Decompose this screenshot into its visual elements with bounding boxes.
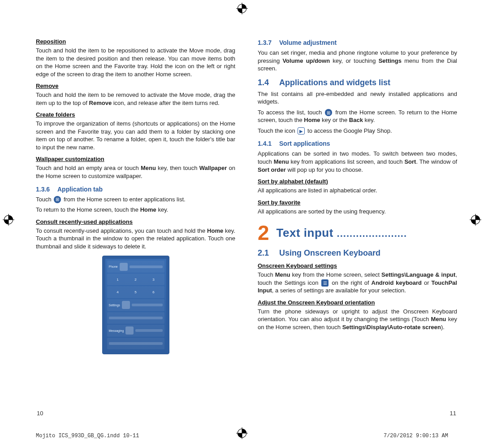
text: , a series of settings are available for…	[272, 287, 406, 294]
section-title: Volume adjustment	[279, 39, 337, 46]
section-2-1: 2.1 Using Onscreen Keyboard	[258, 248, 457, 258]
text-bold: Settings	[379, 57, 402, 64]
leader-dots: ......................	[337, 228, 407, 239]
page-number-left: 10	[37, 410, 43, 417]
section-title: Sort applications	[279, 140, 330, 147]
text-bold: Android keyboard	[372, 279, 422, 286]
registration-mark-icon	[470, 214, 481, 226]
section-1-4-1: 1.4.1 Sort applications	[258, 140, 457, 147]
section-1-3-7: 1.3.7 Volume adjustment	[258, 39, 457, 46]
section-number: 1.3.6	[36, 186, 57, 193]
text: key or the	[320, 117, 349, 123]
text: Touch	[36, 196, 53, 203]
section-1-4: 1.4 Applications and widgets list	[258, 78, 457, 87]
text: Touch the icon	[258, 127, 297, 134]
apps-grid-icon: ⊞	[54, 196, 61, 203]
footer-filename: Mojito ICS_993D_GB_QG.indd 10-11	[36, 433, 139, 439]
body-apptab-1: Touch ⊞ from the Home screen to enter ap…	[36, 196, 235, 204]
registration-mark-icon	[236, 3, 248, 14]
text: Text input	[277, 226, 333, 239]
heading-sort-alpha: Sort by alphabet (default)	[258, 178, 457, 185]
body-reposition: Touch and hold the item to be reposition…	[36, 47, 235, 78]
text: will pop up for you to choose.	[286, 166, 363, 173]
text-bold: Home	[140, 206, 156, 213]
text: or	[422, 279, 431, 286]
text: To return to the Home screen, touch the	[36, 206, 140, 213]
footer-timestamp: 7/20/2012 9:00:13 AM	[384, 433, 448, 439]
body-create-folders: To improve the organization of items (sh…	[36, 120, 235, 151]
text: To consult recently-used applications, y…	[36, 227, 207, 234]
right-column: 1.3.7 Volume adjustment You can set ring…	[258, 34, 457, 360]
heading-kb-settings: Onscreen Keyboard settings	[258, 262, 457, 269]
registration-mark-icon	[3, 214, 14, 226]
body-kb-settings: Touch Menu key from the Home screen, sel…	[258, 271, 457, 295]
chapter-2: 2 Text input ......................	[258, 222, 457, 243]
text: to access the Google Play Shop.	[306, 127, 392, 134]
page-number-right: 11	[450, 410, 456, 417]
print-footer: Mojito ICS_993D_GB_QG.indd 10-11 7/20/20…	[0, 433, 484, 439]
text-bold: Volume up/down	[282, 57, 330, 64]
text: . The window of	[416, 158, 457, 165]
body-play-shop: Touch the icon ▶ to access the Google Pl…	[258, 127, 457, 135]
section-number: 2.1	[258, 248, 279, 258]
body-remove: Touch and hold the item to be removed to…	[36, 91, 235, 107]
text-bold: Settings\Language & input	[381, 271, 455, 278]
section-number: 1.4	[258, 78, 279, 87]
body-apptab-2: To return to the Home screen, touch the …	[36, 206, 235, 214]
text: icon, and release after the item turns r…	[112, 100, 220, 106]
page-spread: Reposition Touch and hold the item to be…	[0, 0, 484, 378]
settings-sliders-icon: ☰	[321, 279, 328, 287]
section-title: Using Onscreen Keyboard	[279, 248, 380, 258]
body-sort: Applications can be sorted in two modes.…	[258, 150, 457, 174]
heading-reposition: Reposition	[36, 38, 235, 45]
text-bold: Wallpaper	[199, 165, 227, 171]
chapter-number: 2	[258, 222, 269, 243]
text: Touch	[258, 271, 275, 278]
text-bold: Menu	[141, 165, 156, 171]
text-bold: Back	[349, 117, 363, 123]
heading-kb-orientation: Adjust the Onscreen Keyboard orientation	[258, 299, 457, 306]
text: key, then touch	[156, 165, 199, 171]
body-sort-fav: All applications are sorted by the using…	[258, 208, 457, 216]
text-bold: Menu	[274, 158, 289, 165]
text: key from applications list screen, and t…	[289, 158, 405, 165]
text-bold: Menu	[431, 316, 446, 322]
heading-remove: Remove	[36, 83, 235, 89]
section-title: Applications and widgets list	[279, 78, 390, 87]
body-wallpaper: Touch and hold an empty area or touch Me…	[36, 164, 235, 180]
text: key, or touching	[330, 57, 379, 64]
heading-recent-apps: Consult recently-used applications	[36, 218, 235, 225]
text: key.	[363, 117, 375, 123]
body-volume: You can set ringer, media and phone ring…	[258, 49, 457, 73]
text: key from the Home screen, select	[290, 271, 381, 278]
section-title: Application tab	[57, 186, 103, 193]
body-apps-intro: The list contains all pre-embedded and n…	[258, 90, 457, 106]
text-bold: Home	[207, 227, 223, 234]
text-bold: Sort order	[258, 166, 286, 173]
play-store-icon: ▶	[298, 127, 305, 135]
heading-wallpaper: Wallpaper customization	[36, 156, 235, 162]
text-bold: Settings\Display\Auto-rotate screen	[342, 324, 441, 331]
body-sort-alpha: All applications are listed in alphabeti…	[258, 187, 457, 195]
heading-sort-fav: Sort by favorite	[258, 199, 457, 206]
body-recent-apps: To consult recently-used applications, y…	[36, 227, 235, 251]
chapter-title: Text input ......................	[277, 226, 457, 240]
left-column: Reposition Touch and hold the item to be…	[36, 34, 235, 360]
body-kb-orientation: Turn the phone sideways or upright to ad…	[258, 308, 457, 331]
text: To access the list, touch	[258, 109, 324, 116]
body-apps-access: To access the list, touch ⊞ from the Hom…	[258, 109, 457, 124]
text: on the right of	[329, 279, 371, 286]
text: Turn the phone sideways or upright to ad…	[258, 308, 457, 323]
text: key.	[156, 206, 169, 213]
text-bold: Sort	[404, 158, 416, 165]
section-number: 1.4.1	[258, 140, 279, 147]
heading-create-folders: Create folders	[36, 111, 235, 118]
apps-grid-icon: ⊞	[325, 109, 332, 116]
phone-screenshot-illustration: Phone 123 456 Settings Messaging	[102, 256, 169, 354]
text-bold: Remove	[89, 100, 112, 106]
section-1-3-6: 1.3.6 Application tab	[36, 186, 235, 193]
text: Touch and hold an empty area or touch	[36, 165, 141, 171]
section-number: 1.3.7	[258, 39, 279, 46]
text-bold: Home	[304, 117, 320, 123]
text: from the Home screen to enter applicatio…	[62, 196, 185, 203]
